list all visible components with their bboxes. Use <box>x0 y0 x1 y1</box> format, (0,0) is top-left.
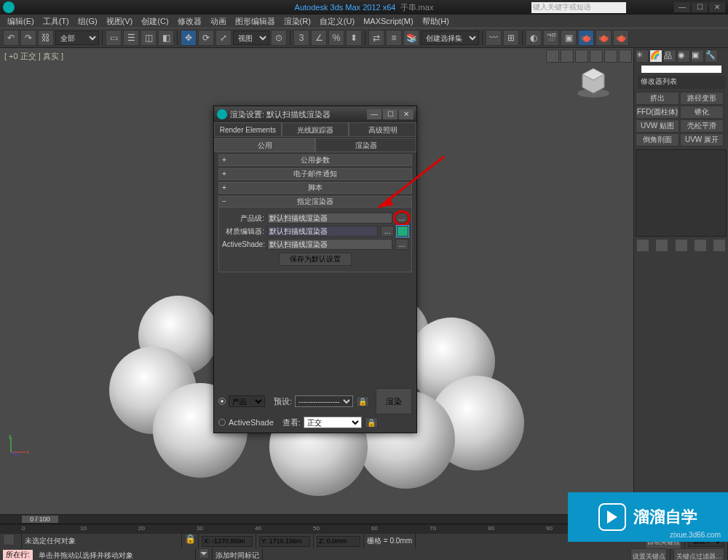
script-listener-button[interactable] <box>3 534 15 545</box>
modifier-list-dropdown[interactable]: 修改器列表 <box>638 76 725 89</box>
lock-selection-button[interactable]: 🔒 <box>185 534 195 544</box>
curve-editor-button[interactable]: 〰 <box>486 30 502 46</box>
menu-modifiers[interactable]: 修改器 <box>173 16 206 27</box>
minimize-button[interactable]: — <box>674 2 690 12</box>
teapot-button[interactable]: 🫖 <box>613 30 629 46</box>
remove-mod-button[interactable] <box>695 240 706 251</box>
named-selection[interactable]: 创建选择集 <box>421 31 479 45</box>
vp-icon-2[interactable] <box>561 50 574 63</box>
dialog-close[interactable]: ✕ <box>399 109 414 119</box>
preset-dropdown[interactable]: ----------------- <box>295 395 353 407</box>
mod-relax[interactable]: 壳松平滑 <box>680 119 724 133</box>
unique-button[interactable] <box>676 240 687 251</box>
angle-snap-button[interactable]: ∠ <box>311 30 327 46</box>
motion-tab[interactable]: ◉ <box>677 50 690 63</box>
configure-button[interactable] <box>713 240 725 251</box>
create-tab[interactable]: ✳ <box>636 50 649 63</box>
dialog-maximize[interactable]: ☐ <box>383 109 397 119</box>
setkey-button[interactable]: 设置关键点 <box>630 548 667 560</box>
keyfilter-button[interactable]: 关键点过滤器... <box>673 548 724 560</box>
production-radio[interactable] <box>218 398 226 405</box>
rollout-assign-renderer[interactable]: 指定渲染器 <box>218 196 412 208</box>
select-button[interactable]: ▭ <box>106 30 122 46</box>
rollout-email[interactable]: 电子邮件通知 <box>218 168 412 180</box>
rotate-button[interactable]: ⟳ <box>198 30 214 46</box>
display-tab[interactable]: ▣ <box>691 50 704 63</box>
render-last-button[interactable]: 🫖 <box>596 30 612 46</box>
redo-button[interactable]: ↷ <box>20 30 36 46</box>
activeshade-choose-button[interactable]: ... <box>395 239 408 250</box>
utilities-tab[interactable]: 🔧 <box>705 50 718 63</box>
vp-icon-4[interactable] <box>590 50 603 63</box>
select-name-button[interactable]: ☰ <box>123 30 139 46</box>
tab-render-elements[interactable]: Render Elements <box>214 122 282 137</box>
hierarchy-tab[interactable]: 品 <box>663 50 676 63</box>
rollout-scripts[interactable]: 脚本 <box>218 182 412 194</box>
selection-filter[interactable]: 全部 <box>55 31 99 45</box>
pivot-button[interactable]: ⊙ <box>271 30 287 46</box>
coord-y[interactable] <box>259 536 310 547</box>
link-button[interactable]: ⛓ <box>38 30 54 46</box>
dialog-titlebar[interactable]: 渲染设置: 默认扫描线渲染器 — ☐ ✕ <box>214 106 416 122</box>
show-end-button[interactable] <box>656 240 668 251</box>
vp-icon-6[interactable] <box>619 50 632 63</box>
modify-tab[interactable]: 🌈 <box>649 50 662 63</box>
move-button[interactable]: ✥ <box>181 30 197 46</box>
vp-icon-3[interactable] <box>575 50 588 63</box>
coord-z[interactable] <box>317 536 360 547</box>
save-defaults-button[interactable]: 保存为默认设置 <box>279 253 352 266</box>
render-button[interactable]: 渲染 <box>376 388 412 414</box>
production-dropdown[interactable]: 产品 <box>229 395 265 407</box>
tab-adv-lighting[interactable]: 高级照明 <box>349 122 416 137</box>
undo-button[interactable]: ↶ <box>3 30 19 46</box>
menu-tools[interactable]: 工具(T) <box>39 16 74 27</box>
menu-render[interactable]: 渲染(R) <box>280 16 315 27</box>
maximize-button[interactable]: ☐ <box>692 2 708 12</box>
preset-lock[interactable]: 🔒 <box>356 396 369 407</box>
activeshade-radio[interactable] <box>218 419 226 426</box>
help-search-input[interactable]: 键入关键字或短语 <box>531 2 626 13</box>
material-editor-choose-button[interactable]: ... <box>381 226 394 237</box>
menu-maxscript[interactable]: MAXScript(M) <box>359 17 417 25</box>
quick-render-button[interactable]: 🫖 <box>578 30 594 46</box>
mod-uvwmap[interactable]: UVW 贴图 <box>636 119 679 133</box>
tab-raytracer[interactable]: 光线跟踪器 <box>282 122 349 137</box>
viewport-label[interactable]: [ +0 正交 ] 真实 ] <box>4 51 63 62</box>
menu-customize[interactable]: 自定义(U) <box>315 16 359 27</box>
window-crossing-button[interactable]: ◧ <box>158 30 174 46</box>
close-button[interactable]: ✕ <box>709 2 725 12</box>
mod-extrude[interactable]: 挤出 <box>636 92 679 105</box>
align-button[interactable]: ≡ <box>386 30 402 46</box>
mod-pathdeform[interactable]: 路径变形 <box>680 92 724 105</box>
tab-common[interactable]: 公用 <box>214 138 315 152</box>
material-editor-button[interactable]: ◐ <box>526 30 542 46</box>
lock-material-editor-button[interactable] <box>397 226 408 237</box>
app-icon[interactable] <box>3 1 15 13</box>
mod-bevel[interactable]: 倒角剖面 <box>636 133 679 146</box>
dialog-minimize[interactable]: — <box>367 109 381 119</box>
menu-edit[interactable]: 编辑(E) <box>3 16 39 27</box>
modifier-stack[interactable] <box>636 149 727 237</box>
schematic-button[interactable]: ⊞ <box>503 30 519 46</box>
layer-button[interactable]: 📚 <box>403 30 419 46</box>
rollout-common-params[interactable]: 公用参数 <box>218 154 412 166</box>
mod-ffd[interactable]: FFD(圆柱体) <box>636 106 679 119</box>
coord-x[interactable] <box>202 536 253 547</box>
menu-create[interactable]: 创建(C) <box>137 16 173 27</box>
mod-taper[interactable]: 锥化 <box>680 106 724 119</box>
mod-unwrap[interactable]: UVW 展开 <box>680 133 724 146</box>
time-slider-handle[interactable]: 0 / 100 <box>22 516 58 523</box>
snap-button[interactable]: 3 <box>293 30 309 46</box>
ref-coord-system[interactable]: 视图 <box>233 31 269 45</box>
vp-icon-5[interactable] <box>604 50 617 63</box>
add-time-tag[interactable]: 添加时间标记 <box>213 548 263 560</box>
menu-animation[interactable]: 动画 <box>206 16 231 27</box>
spinner-snap-button[interactable]: ⬍ <box>346 30 362 46</box>
scale-button[interactable]: ⤢ <box>215 30 232 46</box>
render-setup-button[interactable]: 🎬 <box>543 30 559 46</box>
view-dropdown[interactable]: 正交 <box>304 417 362 428</box>
menu-graph[interactable]: 图形编辑器 <box>231 16 280 27</box>
time-tag-button[interactable]: ⏷ <box>199 548 209 559</box>
production-choose-button[interactable]: ... <box>395 213 408 224</box>
percent-snap-button[interactable]: % <box>328 30 344 46</box>
